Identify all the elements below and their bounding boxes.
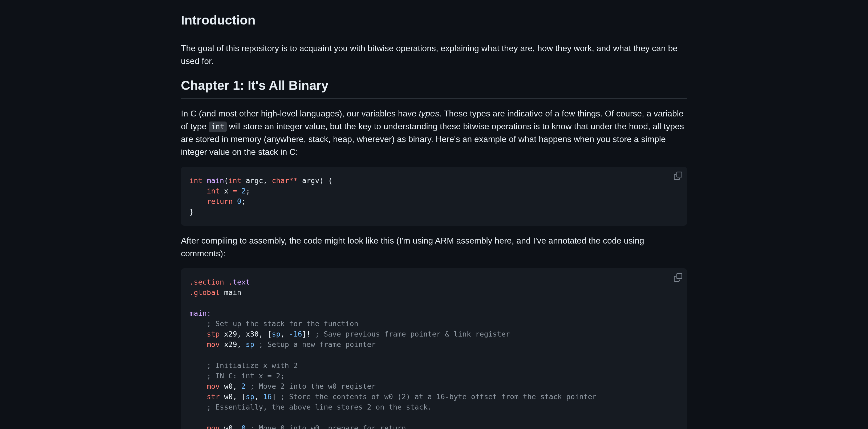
asm-code-pre: .section .text .global main main: ; Set …: [189, 277, 679, 429]
c-code-block: int main(int argc, char** argv) { int x …: [181, 167, 687, 226]
chapter1-para2: After compiling to assembly, the code mi…: [181, 234, 687, 260]
copy-button[interactable]: [673, 273, 683, 282]
introduction-heading: Introduction: [181, 11, 687, 33]
chapter1-para1: In C (and most other high-level language…: [181, 107, 687, 158]
para1-prefix: In C (and most other high-level language…: [181, 109, 419, 118]
para1-suffix: will store an integer value, but the key…: [181, 122, 684, 157]
types-emphasis: types: [419, 109, 439, 118]
chapter1-heading: Chapter 1: It's All Binary: [181, 76, 687, 99]
c-code-pre: int main(int argc, char** argv) { int x …: [189, 175, 679, 217]
copy-icon: [674, 172, 682, 180]
copy-button[interactable]: [673, 171, 683, 181]
introduction-text: The goal of this repository is to acquai…: [181, 42, 687, 67]
copy-icon: [674, 273, 682, 282]
int-inline-code: int: [209, 122, 227, 132]
asm-code-block: .section .text .global main main: ; Set …: [181, 268, 687, 429]
document-container: Introduction The goal of this repository…: [170, 11, 698, 429]
